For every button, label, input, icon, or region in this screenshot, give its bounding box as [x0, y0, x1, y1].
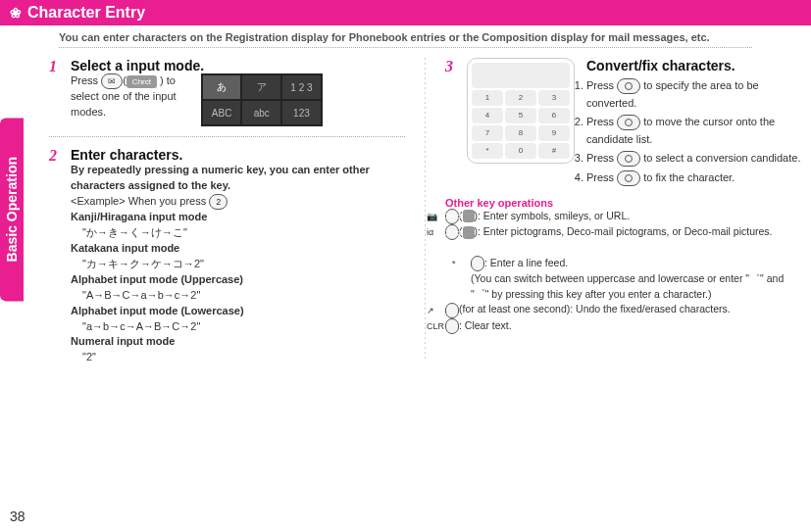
dpad-icon [617, 78, 640, 94]
op-text: : Enter a line feed. (You can switch bet… [471, 257, 784, 300]
step-number: 1 [49, 58, 63, 126]
mode-cell: ABC [203, 101, 241, 124]
divider [49, 136, 405, 137]
key-label: Chrct [463, 226, 475, 239]
mode-cell: 1 2 3 [282, 75, 321, 99]
mode-name: Numeral input mode [71, 335, 175, 347]
mode-cell: あ [203, 75, 241, 99]
mode-cell: abc [242, 101, 280, 124]
op-row: CLR: Clear text. [445, 318, 801, 334]
step2-lead: By repeatedly pressing a numeric key, yo… [71, 164, 370, 191]
page-title: Character Entry [27, 4, 145, 22]
left-column: 1 Select a input mode. あ ア 1 2 3 ABC abc… [49, 52, 405, 365]
op-text: ): Enter symbols, smileys, or URL. [475, 210, 631, 221]
flower-icon: ❀ [10, 5, 22, 21]
kp-key: 2 [505, 90, 536, 106]
op-text: (for at least one second): Undo the fixe… [459, 303, 731, 314]
kp-key: 0 [505, 143, 536, 159]
mode-seq: "a→b→c→A→B→C→2" [82, 320, 200, 332]
step1-text-a: Press [71, 74, 101, 86]
op-row: ↗(for at least one second): Undo the fix… [445, 302, 801, 317]
op-row: iα(Chrct): Enter pictograms, Deco-mail p… [445, 224, 801, 240]
page-number: 38 [10, 508, 25, 524]
mode-cell: ア [242, 75, 280, 99]
key-label: Chrct [127, 75, 157, 88]
mode-name: Katakana input mode [71, 242, 179, 254]
right-column: 3 1 2 3 4 5 6 7 8 9 * 0 # Convert/fi [445, 52, 801, 365]
kp-key: 1 [472, 90, 503, 106]
op-text: : Clear text. [459, 319, 512, 331]
step-number: 2 [49, 147, 63, 365]
mode-name: Alphabet input mode (Uppercase) [71, 273, 243, 285]
dpad-icon [617, 170, 640, 186]
sidebar-tab: Basic Operation [0, 118, 24, 301]
kp-key: 8 [505, 125, 536, 141]
kp-key: 7 [472, 125, 503, 141]
keypad-illustration: 1 2 3 4 5 6 7 8 9 * 0 # [467, 58, 575, 164]
clr-key-icon: CLR [445, 318, 459, 334]
dpad-icon [617, 151, 640, 167]
mode-seq: "か→き→く→け→こ" [82, 226, 187, 238]
op-text: ): Enter pictograms, Deco-mail pictogram… [475, 225, 773, 237]
divider [59, 47, 752, 48]
kp-key: 3 [538, 90, 570, 106]
mode-cell: 123 [282, 101, 321, 124]
mail-key-icon: ✉ [101, 73, 123, 89]
kp-key: * [472, 143, 503, 159]
key-label: Chrct [463, 210, 475, 222]
page-subtitle: You can enter characters on the Registra… [59, 31, 752, 43]
kp-key: 6 [538, 108, 570, 123]
mode-seq: "カ→キ→ク→ケ→コ→2" [82, 258, 204, 269]
kp-key: 9 [538, 125, 570, 141]
kp-key: # [538, 143, 570, 159]
mode-name: Alphabet input mode (Lowercase) [71, 305, 244, 316]
key-2-icon: 2 [209, 194, 228, 210]
convert-step: Press to fix the character. [481, 169, 801, 187]
step-number: 3 [445, 58, 459, 189]
example-label: <Example> When you press [71, 195, 209, 207]
mode-seq: "2" [82, 351, 96, 363]
page-header: ❀ Character Entry [0, 0, 811, 25]
call-key-icon: ↗ [445, 303, 459, 318]
step-title: Enter characters. [71, 147, 405, 163]
star-key-icon: * [471, 256, 484, 271]
mode-preview: あ ア 1 2 3 ABC abc 123 [201, 73, 323, 126]
kp-key: 4 [472, 108, 503, 123]
op-row: *: Enter a line feed. (You can switch be… [445, 240, 801, 302]
column-divider [425, 58, 426, 360]
mode-name: Kanji/Hiragana input mode [71, 211, 207, 222]
step-title: Select a input mode. [71, 58, 323, 73]
kp-key: 5 [505, 108, 536, 123]
other-ops-heading: Other key operations [445, 197, 801, 209]
op-row: 📷(Chrct): Enter symbols, smileys, or URL… [445, 209, 801, 224]
mode-seq: "A→B→C→a→b→c→2" [82, 289, 200, 301]
dpad-icon [617, 115, 640, 130]
